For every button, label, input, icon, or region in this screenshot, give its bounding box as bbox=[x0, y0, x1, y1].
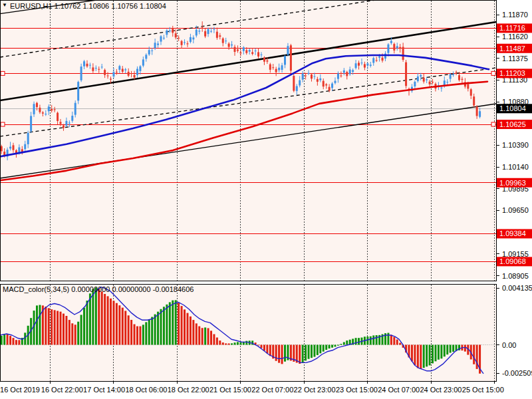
macd-tick-label: 0.00 bbox=[502, 341, 516, 349]
candle bbox=[323, 81, 325, 87]
candle bbox=[452, 74, 454, 75]
level-handle[interactable] bbox=[491, 122, 495, 126]
macd-bar bbox=[237, 342, 239, 344]
macd-bar bbox=[83, 308, 85, 345]
macd-bar bbox=[63, 314, 65, 345]
candle bbox=[92, 67, 94, 70]
macd-bar bbox=[160, 309, 162, 345]
macd-bar bbox=[234, 342, 236, 344]
macd-bar bbox=[434, 345, 436, 362]
candle bbox=[116, 72, 118, 72]
macd-bar bbox=[163, 307, 165, 344]
chart-title: EURUSD,H1 1.10762 1.10806 1.10756 1.1080… bbox=[10, 2, 166, 10]
time-axis-label: 25 Oct 15:00 bbox=[462, 386, 504, 394]
macd-bar bbox=[172, 301, 174, 345]
candle bbox=[423, 78, 425, 82]
level-handle[interactable] bbox=[1, 122, 5, 126]
macd-bar bbox=[450, 345, 452, 353]
candle bbox=[80, 66, 82, 80]
candle bbox=[42, 112, 44, 114]
candle bbox=[319, 78, 321, 80]
candle bbox=[36, 103, 38, 107]
time-axis-label: 18 Oct 06:00 bbox=[125, 386, 167, 394]
macd-bar bbox=[136, 327, 138, 345]
candle bbox=[228, 44, 230, 47]
candle bbox=[175, 33, 177, 37]
candle bbox=[456, 72, 458, 72]
macd-bar bbox=[112, 301, 114, 344]
candle bbox=[237, 49, 239, 51]
time-axis-label: 22 Oct 23:00 bbox=[294, 386, 336, 394]
macd-bar bbox=[426, 345, 428, 367]
macd-bar bbox=[269, 345, 271, 356]
macd-bar bbox=[134, 325, 136, 345]
candle bbox=[370, 65, 372, 66]
macd-bar bbox=[48, 308, 50, 344]
candle bbox=[366, 63, 368, 65]
candle bbox=[30, 116, 32, 131]
candle bbox=[101, 66, 103, 67]
candle bbox=[272, 67, 274, 68]
candle bbox=[352, 70, 354, 72]
macd-bar bbox=[151, 317, 153, 345]
current-price-badge-text: 1.10804 bbox=[499, 104, 526, 112]
candle bbox=[148, 50, 150, 55]
macd-bar bbox=[110, 299, 112, 345]
candle bbox=[331, 84, 333, 88]
candle bbox=[216, 32, 218, 38]
macd-bar bbox=[51, 309, 53, 344]
macd-bar bbox=[36, 305, 38, 344]
candle bbox=[184, 42, 186, 43]
candle bbox=[399, 47, 401, 49]
candle bbox=[63, 126, 65, 128]
macd-bar bbox=[92, 289, 94, 345]
macd-bar bbox=[393, 337, 395, 345]
level-handle[interactable] bbox=[1, 71, 5, 75]
macd-bar bbox=[186, 313, 188, 345]
macd-bar bbox=[24, 332, 26, 344]
candle bbox=[393, 44, 395, 51]
time-axis-label: 22 Oct 07:00 bbox=[251, 386, 293, 394]
candle bbox=[110, 78, 112, 79]
candle bbox=[287, 46, 289, 55]
candle bbox=[163, 38, 165, 39]
candle bbox=[83, 61, 85, 66]
time-axis-label: 18 Oct 22:00 bbox=[168, 386, 209, 394]
candle bbox=[340, 76, 342, 76]
macd-bar bbox=[299, 345, 301, 364]
macd-bar bbox=[452, 345, 454, 352]
macd-bar bbox=[260, 345, 262, 348]
candle bbox=[450, 74, 452, 78]
macd-bar bbox=[80, 315, 82, 344]
candle bbox=[145, 55, 147, 59]
candle bbox=[360, 63, 362, 63]
candle bbox=[107, 76, 109, 76]
macd-bar bbox=[319, 345, 321, 354]
candle bbox=[311, 74, 313, 78]
price-tick-label: 1.10390 bbox=[502, 141, 529, 149]
macd-bar bbox=[396, 339, 398, 344]
macd-bar bbox=[122, 308, 124, 345]
candle bbox=[151, 51, 153, 51]
macd-bar bbox=[432, 345, 434, 364]
candle bbox=[417, 76, 419, 81]
time-axis-label: 21 Oct 15:00 bbox=[209, 386, 251, 394]
macd-bar bbox=[423, 345, 425, 368]
macd-bar bbox=[222, 342, 224, 344]
candle bbox=[192, 37, 194, 39]
macd-bar bbox=[154, 315, 156, 345]
level-handle[interactable] bbox=[491, 71, 495, 75]
candle bbox=[405, 63, 407, 86]
candle bbox=[458, 75, 460, 80]
candle bbox=[196, 30, 198, 36]
macd-bar bbox=[15, 340, 17, 344]
macd-bar bbox=[358, 338, 360, 344]
price-tick-label: 1.11870 bbox=[502, 11, 528, 19]
macd-bar bbox=[98, 289, 100, 344]
chart-canvas[interactable]: 1.118701.116201.113751.111301.108801.103… bbox=[0, 0, 532, 399]
macd-bar bbox=[65, 316, 67, 344]
price-tick-label: 1.10140 bbox=[502, 163, 529, 171]
candle bbox=[57, 113, 59, 121]
candle bbox=[440, 88, 442, 88]
macd-bar bbox=[346, 340, 348, 344]
